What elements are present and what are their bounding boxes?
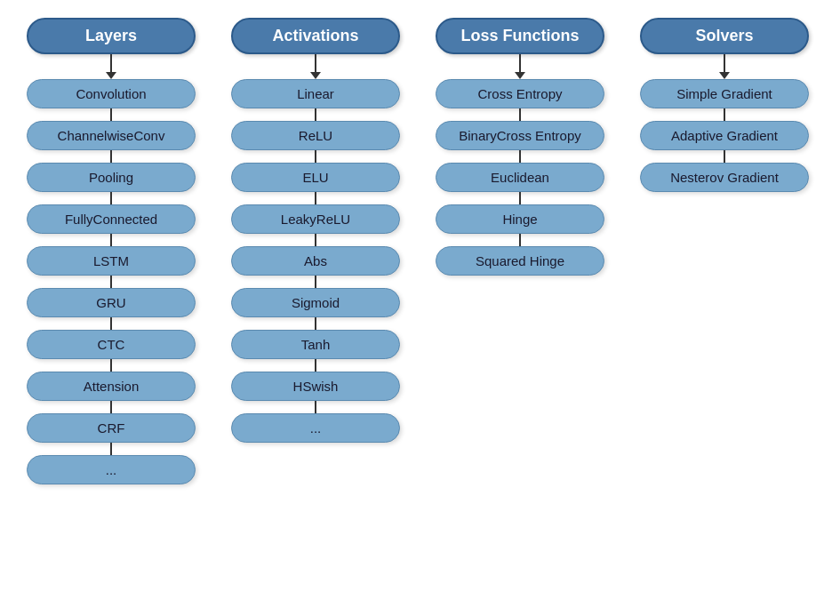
arrow-icon [515, 54, 525, 79]
item-layers-9[interactable]: ... [27, 455, 196, 484]
connector-line [315, 108, 316, 121]
item-layers-4[interactable]: LSTM [27, 246, 196, 276]
item-layers-3[interactable]: FullyConnected [27, 204, 196, 234]
connector-line [315, 276, 316, 288]
header-solvers: Solvers [640, 18, 809, 54]
item-loss_functions-3[interactable]: Hinge [436, 204, 604, 234]
connector-line [519, 150, 521, 163]
connector-line [110, 317, 112, 330]
item-solvers-0[interactable]: Simple Gradient [640, 79, 809, 108]
connector-line [315, 317, 316, 330]
header-loss_functions: Loss Functions [436, 18, 604, 54]
connector-line [110, 443, 112, 455]
item-loss_functions-1[interactable]: BinaryCross Entropy [436, 121, 604, 150]
connector-line [315, 401, 316, 413]
item-activations-4[interactable]: Abs [231, 246, 400, 276]
column-loss_functions: Loss FunctionsCross EntropyBinaryCross E… [418, 18, 622, 484]
connector-line [315, 359, 316, 372]
connector-line [724, 108, 725, 121]
connector-line [110, 234, 112, 246]
connector-line [110, 401, 112, 413]
item-activations-2[interactable]: ELU [231, 163, 400, 192]
connector-line [110, 108, 112, 121]
item-loss_functions-4[interactable]: Squared Hinge [436, 246, 604, 276]
item-activations-8[interactable]: ... [231, 413, 400, 443]
item-layers-7[interactable]: Attension [27, 372, 196, 401]
connector-line [315, 150, 316, 163]
item-layers-5[interactable]: GRU [27, 288, 196, 317]
arrow-icon [310, 54, 321, 79]
item-solvers-1[interactable]: Adaptive Gradient [640, 121, 809, 150]
connector-line [110, 192, 112, 204]
item-loss_functions-0[interactable]: Cross Entropy [436, 79, 604, 108]
item-activations-1[interactable]: ReLU [231, 121, 400, 150]
header-activations: Activations [231, 18, 400, 54]
connector-line [315, 234, 316, 246]
item-layers-8[interactable]: CRF [27, 413, 196, 443]
column-activations: ActivationsLinearReLUELULeakyReLUAbsSigm… [213, 18, 418, 484]
item-layers-1[interactable]: ChannelwiseConv [27, 121, 196, 150]
connector-line [110, 276, 112, 288]
arrow-icon [719, 54, 730, 79]
connector-line [724, 150, 725, 163]
item-loss_functions-2[interactable]: Euclidean [436, 163, 604, 192]
item-activations-7[interactable]: HSwish [231, 372, 400, 401]
item-activations-0[interactable]: Linear [231, 79, 400, 108]
header-layers: Layers [27, 18, 196, 54]
connector-line [315, 192, 316, 204]
connector-line [519, 108, 521, 121]
item-layers-0[interactable]: Convolution [27, 79, 196, 108]
connector-line [519, 234, 521, 246]
connector-line [519, 192, 521, 204]
item-activations-5[interactable]: Sigmoid [231, 288, 400, 317]
column-layers: LayersConvolutionChannelwiseConvPoolingF… [9, 18, 213, 484]
diagram: LayersConvolutionChannelwiseConvPoolingF… [0, 0, 840, 502]
connector-line [110, 150, 112, 163]
column-solvers: SolversSimple GradientAdaptive GradientN… [622, 18, 827, 484]
item-activations-6[interactable]: Tanh [231, 330, 400, 359]
connector-line [110, 359, 112, 372]
item-layers-6[interactable]: CTC [27, 330, 196, 359]
item-solvers-2[interactable]: Nesterov Gradient [640, 163, 809, 192]
item-layers-2[interactable]: Pooling [27, 163, 196, 192]
item-activations-3[interactable]: LeakyReLU [231, 204, 400, 234]
arrow-icon [106, 54, 116, 79]
